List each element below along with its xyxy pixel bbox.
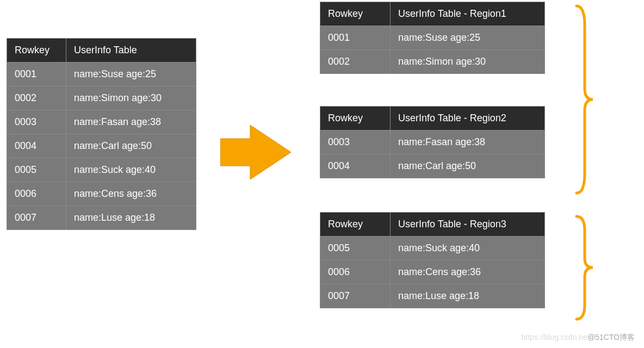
svg-marker-0 [220, 125, 291, 179]
cell-value: name:Luse age:18 [391, 284, 545, 308]
arrow-icon [220, 125, 291, 179]
cell-value: name:Suse age:25 [66, 63, 196, 86]
header-rowkey: Rowkey [320, 213, 391, 237]
cell-value: name:Luse age:18 [66, 206, 196, 230]
cell-rowkey: 0002 [7, 86, 66, 110]
table-row: 0005name:Suck age:40 [7, 158, 196, 182]
table-row: 0007name:Luse age:18 [320, 284, 545, 308]
watermark-seg1: https://blog.csdn.ne [521, 333, 587, 341]
table-row: 0002name:Simon age:30 [7, 86, 196, 110]
cell-value: name:Suse age:25 [391, 26, 545, 50]
table-row: 0006name:Cens age:36 [7, 182, 196, 206]
cell-rowkey: 0005 [7, 158, 66, 182]
cell-rowkey: 0003 [7, 110, 66, 134]
cell-rowkey: 0006 [320, 260, 391, 284]
table-row: 0004name:Carl age:50 [320, 154, 545, 178]
cell-value: name:Simon age:30 [391, 50, 545, 74]
cell-value: name:Carl age:50 [66, 134, 196, 158]
watermark-seg2: @51CTO博客 [587, 333, 635, 341]
cell-rowkey: 0007 [7, 206, 66, 230]
cell-rowkey: 0006 [7, 182, 66, 206]
cell-value: name:Cens age:36 [391, 260, 545, 284]
cell-value: name:Suck age:40 [391, 237, 545, 260]
cell-rowkey: 0005 [320, 237, 391, 260]
brace-region-3-icon [574, 215, 596, 321]
region1-table: Rowkey UserInfo Table - Region1 0001name… [320, 2, 545, 74]
header-userinfo: UserInfo Table - Region1 [391, 2, 545, 26]
table-row: 0001name:Suse age:25 [320, 26, 545, 50]
table-row: 0002name:Simon age:30 [320, 50, 545, 74]
cell-rowkey: 0003 [320, 130, 391, 154]
table-row: 0001name:Suse age:25 [7, 63, 196, 86]
cell-rowkey: 0004 [7, 134, 66, 158]
table-row: 0007name:Luse age:18 [7, 206, 196, 230]
region2-table: Rowkey UserInfo Table - Region2 0003name… [320, 106, 545, 178]
userinfo-table: Rowkey UserInfo Table 0001name:Suse age:… [7, 38, 196, 230]
table-row: 0003name:Fasan age:38 [320, 130, 545, 154]
cell-rowkey: 0001 [7, 63, 66, 86]
header-rowkey: Rowkey [320, 2, 391, 26]
cell-rowkey: 0004 [320, 154, 391, 178]
brace-regions-1-2-icon [574, 4, 596, 195]
header-rowkey: Rowkey [7, 39, 66, 63]
cell-value: name:Simon age:30 [66, 86, 196, 110]
header-userinfo: UserInfo Table - Region3 [391, 213, 545, 237]
cell-value: name:Fasan age:38 [391, 130, 545, 154]
header-userinfo: UserInfo Table [66, 39, 196, 63]
cell-rowkey: 0007 [320, 284, 391, 308]
cell-value: name:Carl age:50 [391, 154, 545, 178]
cell-value: name:Fasan age:38 [66, 110, 196, 134]
header-userinfo: UserInfo Table - Region2 [391, 107, 545, 130]
cell-rowkey: 0001 [320, 26, 391, 50]
region3-table: Rowkey UserInfo Table - Region3 0005name… [320, 212, 545, 308]
table-row: 0006name:Cens age:36 [320, 260, 545, 284]
cell-value: name:Cens age:36 [66, 182, 196, 206]
watermark: https://blog.csdn.ne@51CTO博客 [521, 333, 635, 343]
cell-value: name:Suck age:40 [66, 158, 196, 182]
table-row: 0003name:Fasan age:38 [7, 110, 196, 134]
table-row: 0004name:Carl age:50 [7, 134, 196, 158]
cell-rowkey: 0002 [320, 50, 391, 74]
table-row: 0005name:Suck age:40 [320, 237, 545, 260]
header-rowkey: Rowkey [320, 107, 391, 130]
